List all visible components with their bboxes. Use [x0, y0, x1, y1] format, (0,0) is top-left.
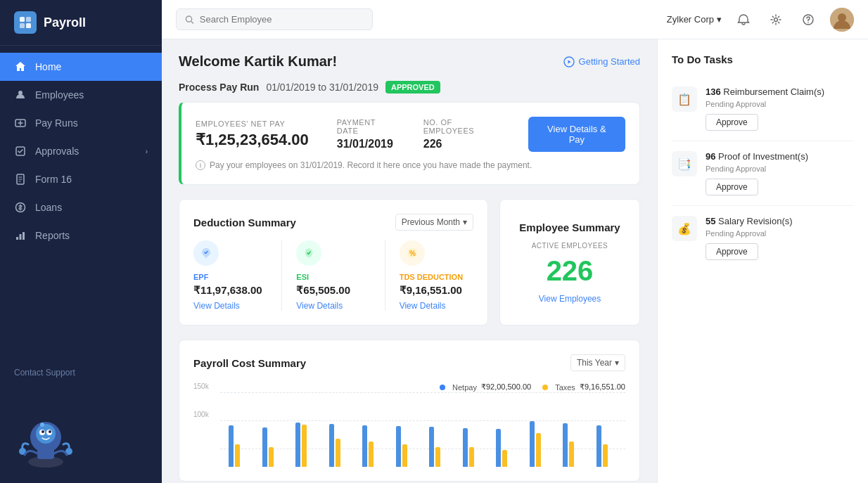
bar-group — [295, 423, 325, 467]
employee-summary-card: Employee Summary ACTIVE EMPLOYEES 226 Vi… — [499, 199, 640, 326]
search-icon — [185, 15, 194, 25]
payment-date-field: PAYMENT DATE 31/01/2019 — [337, 118, 395, 150]
todo-item-sub: Pending Approval — [706, 100, 854, 108]
todo-item: 💰 55 Salary Revision(s) Pending Approval… — [672, 206, 854, 270]
notifications-icon[interactable] — [733, 9, 754, 30]
tax-bar — [402, 444, 407, 467]
sidebar-item-home[interactable]: Home — [0, 53, 162, 81]
svg-rect-10 — [20, 234, 22, 240]
approve-button[interactable]: Approve — [706, 243, 758, 260]
year-chevron: ▾ — [615, 358, 619, 368]
topbar-right: Zylker Corp ▾ — [667, 8, 854, 32]
sidebar-item-form16-label: Form 16 — [35, 174, 72, 185]
netpay-bar — [262, 427, 267, 467]
sidebar-item-reports-label: Reports — [35, 230, 70, 241]
tax-bar — [269, 447, 274, 467]
contact-support[interactable]: Contact Support — [0, 361, 162, 392]
svg-rect-11 — [23, 232, 25, 240]
pay-run-card: EMPLOYEES' NET PAY ₹1,25,23,654.00 PAYME… — [179, 102, 640, 185]
sidebar-item-reports[interactable]: Reports — [0, 221, 162, 250]
approvals-icon — [14, 145, 27, 157]
approved-badge: APPROVED — [385, 81, 440, 94]
todo-item: 📋 136 Reimbursement Claim(s) Pending App… — [672, 77, 854, 141]
sidebar-item-loans[interactable]: Loans — [0, 193, 162, 221]
employees-icon — [14, 89, 27, 101]
esi-type: ESI — [296, 273, 370, 281]
epf-type: EPF — [193, 273, 267, 281]
bar-group — [229, 425, 258, 467]
info-icon — [196, 160, 205, 170]
deduction-title: Deduction Summary — [193, 217, 296, 228]
esi-link[interactable]: View Details — [296, 301, 370, 311]
search-input[interactable] — [200, 14, 364, 25]
tds-icon: % — [400, 240, 425, 266]
period-select[interactable]: Previous Month ▾ — [395, 214, 473, 231]
netpay-bar — [295, 423, 300, 467]
tax-bar — [235, 444, 240, 467]
netpay-bar — [496, 429, 501, 467]
welcome-title: Welcome Kartik Kumar! — [179, 53, 337, 70]
netpay-bar — [362, 425, 367, 467]
bar-group — [429, 427, 459, 467]
deduction-card: Deduction Summary Previous Month ▾ EP — [179, 199, 488, 326]
no-employees-label: NO. OF EMPLOYEES — [423, 118, 500, 135]
netpay-bar — [396, 426, 401, 467]
avatar[interactable] — [830, 8, 854, 32]
topbar: Zylker Corp ▾ — [162, 0, 868, 39]
search-wrap[interactable] — [176, 8, 373, 30]
bar-group — [596, 425, 626, 467]
content-main: Welcome Kartik Kumar! Getting Started Pr… — [162, 39, 657, 483]
employee-summary-title: Employee Summary — [519, 221, 620, 233]
sidebar-item-approvals[interactable]: Approvals › — [0, 137, 162, 165]
netpay-bar — [530, 421, 535, 467]
netpay-bar — [596, 425, 601, 467]
payroll-chart: 150k 100k Netpay ₹92,00,500.00 — [193, 382, 625, 467]
active-employees-count: 226 — [547, 255, 594, 287]
home-icon — [14, 60, 27, 73]
bar-group — [563, 423, 592, 467]
year-select[interactable]: This Year ▾ — [570, 354, 625, 371]
todo-item-text: 136 Reimbursement Claim(s) — [706, 86, 854, 97]
sidebar-nav: Home Employees Pay Runs Approvals › Fo — [0, 46, 162, 361]
tax-bar — [302, 425, 307, 467]
pay-run-header: Process Pay Run 01/01/2019 to 31/01/2019… — [179, 81, 640, 94]
netpay-bar — [429, 427, 434, 467]
payroll-cost-card: Payroll Cost Summary This Year ▾ 150k 10… — [179, 340, 640, 482]
tax-bar — [469, 447, 474, 467]
sidebar-item-employees[interactable]: Employees — [0, 81, 162, 109]
todo-item-sub: Pending Approval — [706, 165, 854, 173]
tds-type: TDS DEDUCTION — [400, 273, 473, 281]
todo-item-icon: 💰 — [672, 216, 697, 241]
approve-button[interactable]: Approve — [706, 114, 758, 131]
net-pay-label: EMPLOYEES' NET PAY — [196, 120, 309, 128]
logo-icon — [14, 11, 37, 34]
todo-title: To Do Tasks — [672, 53, 854, 65]
epf-link[interactable]: View Details — [193, 301, 267, 311]
deduction-item-esi: ESI ₹65,505.00 View Details — [296, 240, 370, 311]
netpay-bar — [463, 428, 468, 467]
sidebar-item-form16[interactable]: Form 16 — [0, 165, 162, 193]
active-employees-label: ACTIVE EMPLOYEES — [532, 242, 608, 250]
legend-taxes: Taxes ₹9,16,551.00 — [542, 382, 625, 392]
settings-icon[interactable] — [765, 9, 786, 30]
getting-started-link[interactable]: Getting Started — [563, 56, 640, 67]
svg-point-17 — [42, 430, 44, 433]
approve-button[interactable]: Approve — [706, 179, 758, 195]
company-selector[interactable]: Zylker Corp ▾ — [667, 14, 722, 25]
sidebar-item-pay-runs[interactable]: Pay Runs — [0, 109, 162, 137]
todo-item-sub: Pending Approval — [706, 229, 854, 238]
view-employees-link[interactable]: View Employees — [539, 294, 601, 304]
bot-illustration — [0, 392, 162, 483]
sidebar-item-employees-label: Employees — [35, 89, 84, 101]
help-icon[interactable] — [798, 9, 819, 30]
bar-group — [362, 425, 392, 467]
approvals-chevron: › — [146, 148, 148, 155]
view-details-pay-button[interactable]: View Details & Pay — [528, 117, 625, 152]
svg-rect-0 — [20, 17, 25, 22]
sidebar-item-pay-runs-label: Pay Runs — [35, 117, 78, 129]
todo-item-content: 96 Proof of Investment(s) Pending Approv… — [706, 151, 854, 195]
tds-link[interactable]: View Details — [400, 301, 473, 311]
todo-item-icon: 📑 — [672, 151, 697, 176]
pay-runs-icon — [14, 117, 27, 129]
reports-icon — [14, 229, 27, 242]
